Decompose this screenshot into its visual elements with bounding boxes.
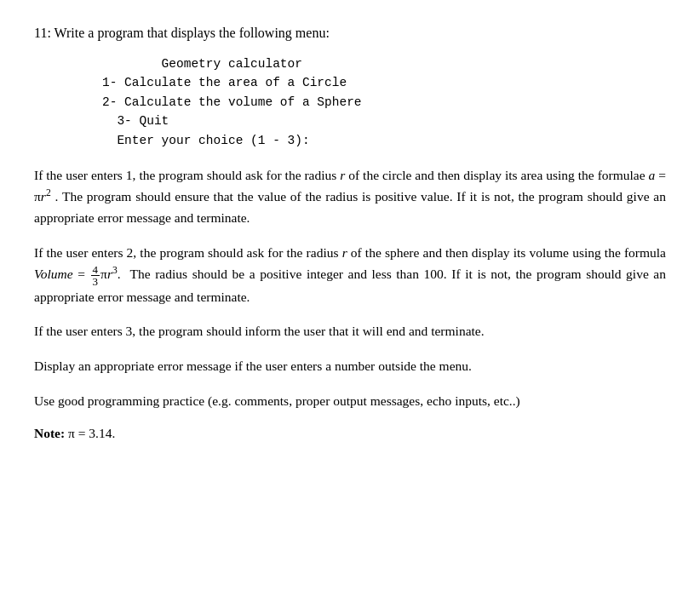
question-header: 11: Write a program that displays the fo… — [34, 26, 666, 41]
code-block: Geometry calculator 1- Calculate the are… — [34, 55, 666, 150]
paragraph-3: If the user enters 3, the program should… — [34, 321, 666, 342]
paragraph-5: Use good programming practice (e.g. comm… — [34, 391, 666, 412]
question-number: 11 — [34, 26, 47, 40]
code-line-4: 3- Quit — [102, 112, 666, 130]
question-title: Write a program that displays the follow… — [55, 26, 330, 40]
code-line-3: 2- Calculate the volume of a Sphere — [102, 93, 666, 112]
code-line-1: Geometry calculator — [102, 55, 666, 73]
code-line-2: 1- Calculate the area of a Circle — [102, 73, 666, 92]
paragraph-4: Display an appropriate error message if … — [34, 356, 666, 377]
code-line-5: Enter your choice (1 - 3): — [102, 131, 666, 150]
note-label: Note: — [34, 426, 65, 440]
note: Note: π = 3.14. — [34, 426, 666, 441]
paragraph-2: If the user enters 2, the program should… — [34, 243, 666, 308]
question-container: 11: Write a program that displays the fo… — [34, 26, 666, 441]
paragraph-1: If the user enters 1, the program should… — [34, 165, 666, 228]
